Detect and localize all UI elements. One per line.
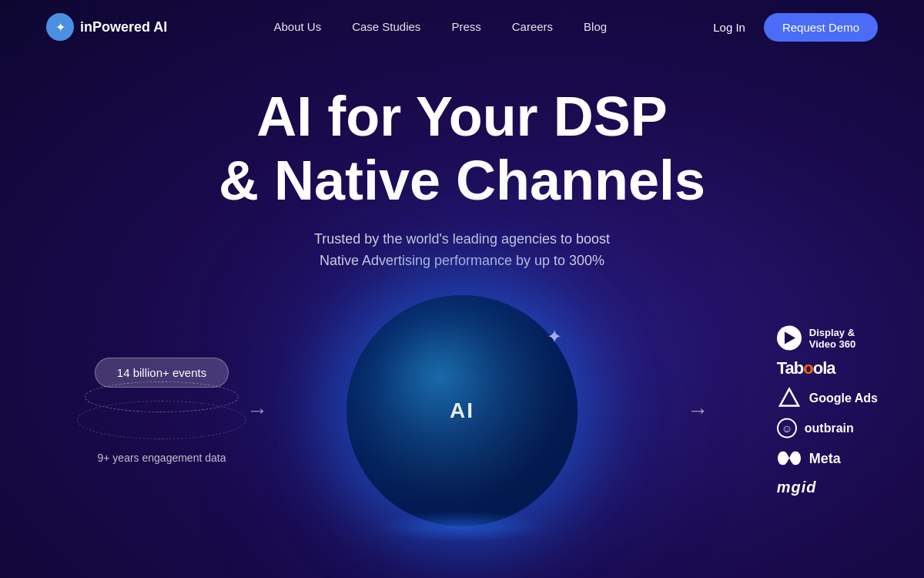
- outbrain-name: outbrain: [805, 422, 854, 435]
- data-label: 9+ years engagement data: [98, 452, 226, 464]
- google-ads-icon: [777, 386, 802, 411]
- hero-section: AI for Your DSP & Native Channels Truste…: [0, 54, 924, 272]
- nav-links: About Us Case Studies Press Careers Blog: [273, 20, 607, 34]
- diagram-area: 14 billion+ events 9+ years engagement d…: [0, 280, 924, 542]
- taboola-logo: Taboola: [777, 358, 835, 378]
- logo-icon: [46, 13, 74, 41]
- mgid-logo: mgid: [777, 479, 817, 496]
- nav-blog[interactable]: Blog: [584, 20, 607, 33]
- hero-subtitle: Trusted by the world's leading agencies …: [0, 228, 924, 273]
- hero-headline-line2: & Native Channels: [219, 150, 705, 211]
- navbar: inPowered AI About Us Case Studies Press…: [0, 0, 924, 54]
- nav-right: Log In Request Demo: [713, 13, 878, 42]
- right-arrow: →: [687, 398, 708, 423]
- ai-label: AI: [450, 398, 474, 423]
- hero-headline-line1: AI for Your DSP: [256, 86, 667, 147]
- right-arrow-icon: →: [687, 398, 708, 422]
- platform-taboola: Taboola: [777, 358, 835, 378]
- data-stack: 14 billion+ events 9+ years engagement d…: [77, 358, 246, 464]
- nav-about[interactable]: About Us: [273, 20, 321, 33]
- dv360-icon: [777, 326, 802, 351]
- platform-outbrain: ☺ outbrain: [777, 418, 854, 439]
- platform-mgid: mgid: [777, 479, 817, 496]
- sparkle-icon: ✦: [547, 326, 562, 348]
- left-arrow-icon: →: [246, 398, 268, 422]
- logo-text: inPowered AI: [80, 19, 167, 35]
- platforms-list: Display & Video 360 Taboola Google Ads ☺: [777, 326, 878, 496]
- nav-careers[interactable]: Careers: [512, 20, 553, 33]
- meta-name: Meta: [809, 450, 841, 466]
- logo[interactable]: inPowered AI: [46, 13, 167, 41]
- outbrain-icon: ☺: [777, 418, 797, 439]
- ai-globe-container: AI ✦: [346, 295, 578, 526]
- meta-icon: [777, 446, 802, 471]
- platform-google-ads: Google Ads: [777, 386, 878, 411]
- google-ads-name: Google Ads: [809, 391, 878, 405]
- hero-subtitle-line1: Trusted by the world's leading agencies …: [314, 231, 610, 247]
- svg-marker-0: [780, 389, 798, 406]
- globe-glow: [377, 511, 547, 542]
- ai-globe: AI: [346, 295, 578, 526]
- hero-headline: AI for Your DSP & Native Channels: [0, 85, 924, 213]
- dv360-name2: Video 360: [809, 338, 855, 351]
- platform-meta: Meta: [777, 446, 841, 471]
- nav-press[interactable]: Press: [451, 20, 480, 33]
- hero-subtitle-line2: Native Advertising performance by up to …: [320, 253, 604, 268]
- platform-dv360: Display & Video 360: [777, 326, 855, 351]
- request-demo-button[interactable]: Request Demo: [764, 13, 878, 42]
- left-arrow: →: [246, 398, 268, 423]
- login-link[interactable]: Log In: [713, 21, 745, 34]
- data-disk-2: [77, 401, 246, 439]
- dv360-name: Display &: [809, 326, 855, 338]
- nav-case-studies[interactable]: Case Studies: [352, 20, 420, 33]
- dv360-label: Display & Video 360: [809, 326, 855, 350]
- taboola-dot: o: [803, 358, 812, 378]
